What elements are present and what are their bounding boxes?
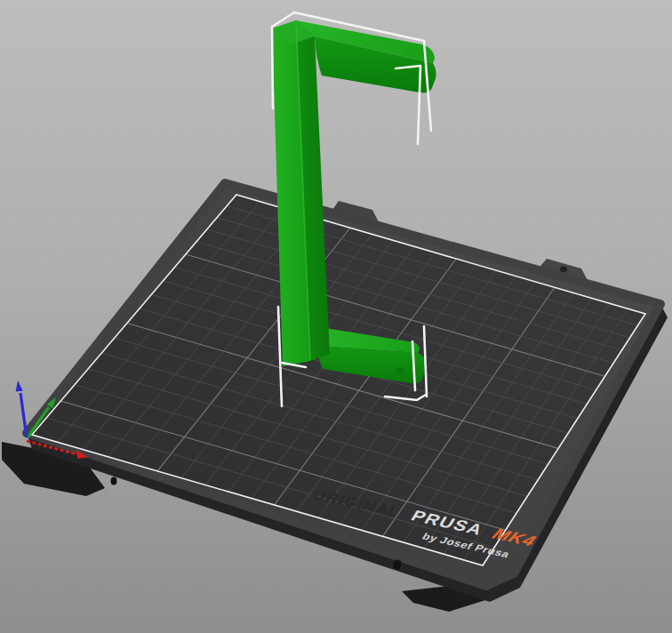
bed-lip-hole-left — [111, 477, 117, 485]
slicer-3d-viewport[interactable]: ORIGINAL PRUSA MK4 by Josef Prusa — [0, 0, 672, 633]
bed-tab-hole — [560, 267, 567, 273]
model-bottom-arm-hole — [396, 367, 404, 374]
scene-canvas[interactable]: ORIGINAL PRUSA MK4 by Josef Prusa — [0, 0, 672, 633]
